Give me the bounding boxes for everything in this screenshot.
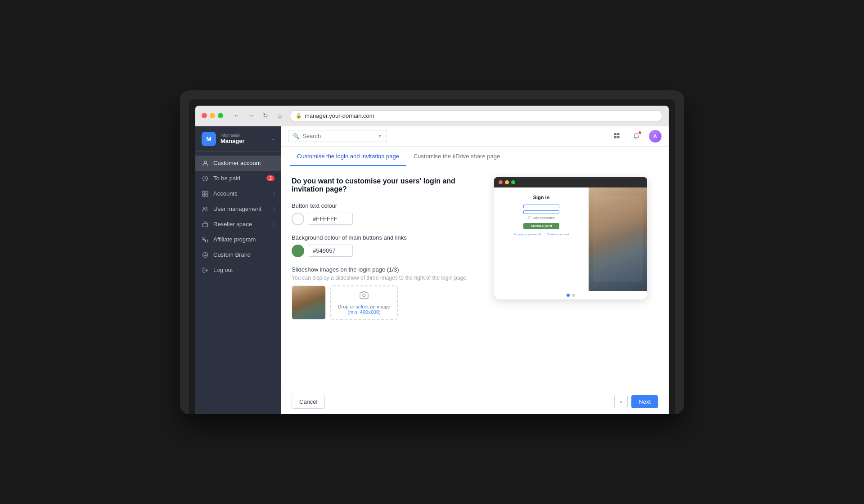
sidebar-item-customer-account[interactable]: Customer account — [195, 156, 281, 171]
tabs: Customise the login and invitation page … — [281, 147, 669, 166]
preview-content: Sign in Stay connected — [494, 187, 647, 291]
preview-forgot-link: Forgot your password? — [514, 233, 541, 236]
preview-browser: Sign in Stay connected — [494, 177, 647, 299]
preview-checkbox-row: Stay connected — [528, 216, 554, 219]
sidebar-item-label: Reseller space — [213, 221, 252, 227]
svg-point-16 — [363, 294, 365, 297]
next-button[interactable]: Next — [631, 395, 658, 408]
svg-rect-9 — [203, 237, 205, 239]
home-button[interactable]: ⌂ — [274, 110, 285, 121]
customise-form: Do you want to customise your users' log… — [292, 177, 481, 329]
url-text: manager.your-domain.com — [305, 112, 374, 119]
button-text-colour-group: Button text colour — [292, 202, 481, 225]
preview-links: Forgot your password? Create an account — [514, 233, 569, 236]
svg-rect-8 — [203, 223, 208, 227]
sidebar-nav: Customer account To be paid 2 — [195, 152, 281, 414]
app-content: M Infomaniak Manager ⌄ Customer accou — [195, 126, 669, 414]
preview-stay-connected: Stay connected — [533, 216, 554, 219]
chevron-right-icon: 〉 — [273, 222, 274, 227]
preview-connect-button: CONNECTION — [523, 223, 559, 229]
search-dropdown-icon[interactable]: ▼ — [378, 134, 382, 138]
button-text-colour-swatch[interactable] — [292, 213, 304, 225]
lock-icon: 🔒 — [296, 113, 302, 119]
preview-checkbox — [528, 216, 531, 219]
footer-right: ‹ Next — [614, 395, 658, 408]
bg-colour-swatch[interactable] — [292, 245, 304, 257]
svg-rect-2 — [202, 191, 205, 193]
search-box[interactable]: 🔍 ▼ — [288, 130, 387, 142]
svg-point-0 — [204, 161, 207, 163]
tab-kdrive-page[interactable]: Customise the kDrive share page — [406, 147, 507, 166]
bg-colour-label: Background colour of main buttons and li… — [292, 234, 481, 241]
preview-panel: Sign in Stay connected — [494, 177, 647, 299]
upload-select-link[interactable]: select — [356, 304, 369, 309]
preview-login-title: Sign in — [533, 195, 550, 200]
reload-button[interactable]: ↻ — [260, 110, 271, 121]
bg-colour-row — [292, 245, 481, 257]
sidebar-item-label: To be paid — [213, 175, 240, 182]
notifications-icon[interactable] — [630, 130, 643, 143]
sidebar: M Infomaniak Manager ⌄ Customer accou — [195, 126, 281, 414]
sidebar-item-accounts[interactable]: Accounts 〉 — [195, 186, 281, 201]
users-icon — [202, 205, 209, 213]
preview-dot-2[interactable] — [572, 294, 575, 297]
sidebar-item-custom-brand[interactable]: Custom Brand — [195, 247, 281, 263]
preview-close-dot — [499, 180, 503, 184]
notification-dot — [638, 131, 642, 134]
button-text-colour-input[interactable] — [308, 213, 353, 225]
preview-minimize-dot — [505, 180, 509, 184]
grid-icon — [202, 190, 209, 197]
preview-email-input — [523, 205, 559, 208]
svg-rect-12 — [614, 133, 616, 135]
brand-chevron-icon: ⌄ — [271, 136, 274, 141]
preview-image-side — [589, 187, 647, 291]
svg-rect-3 — [206, 191, 208, 193]
cancel-button[interactable]: Cancel — [292, 395, 325, 409]
maximize-button[interactable] — [218, 113, 223, 118]
sidebar-item-label: Custom Brand — [213, 251, 251, 258]
preview-login-side: Sign in Stay connected — [494, 187, 589, 291]
preview-image-fill — [589, 187, 647, 291]
bg-colour-group: Background colour of main buttons and li… — [292, 234, 481, 257]
footer-bar: Cancel ‹ Next — [281, 389, 669, 414]
tab-login-page[interactable]: Customise the login and invitation page — [290, 147, 406, 166]
address-bar[interactable]: 🔒 manager.your-domain.com — [290, 110, 662, 121]
reseller-icon — [202, 221, 209, 228]
preview-dot-1[interactable] — [567, 294, 570, 297]
traffic-lights — [202, 113, 223, 118]
sidebar-item-to-be-paid[interactable]: To be paid 2 — [195, 171, 281, 186]
bg-colour-input[interactable] — [308, 245, 353, 257]
svg-point-7 — [206, 207, 207, 209]
svg-rect-14 — [614, 136, 616, 138]
minimize-button[interactable] — [210, 113, 215, 118]
preview-maximize-dot — [511, 180, 515, 184]
avatar[interactable]: A — [649, 130, 662, 143]
forward-button[interactable]: → — [246, 110, 256, 121]
sidebar-item-affiliate-program[interactable]: Affiliate program — [195, 232, 281, 247]
top-bar: 🔍 ▼ — [281, 126, 669, 147]
preview-dots — [494, 291, 647, 299]
sidebar-item-label: Accounts — [213, 190, 237, 197]
sidebar-item-user-management[interactable]: User management 〉 — [195, 201, 281, 217]
brand-icon: M — [202, 132, 216, 146]
browser-titlebar: ← → ↻ ⌂ 🔒 manager.your-domain.com — [195, 106, 669, 126]
back-button[interactable]: ← — [231, 110, 242, 121]
slideshow-group: Slideshow images on the login page (1/3)… — [292, 266, 481, 320]
preview-create-link: Create an account — [547, 233, 569, 236]
customise-section: Do you want to customise your users' log… — [292, 177, 658, 329]
apps-icon[interactable] — [611, 130, 624, 143]
brand-logo-icon — [202, 251, 209, 259]
image-upload-box[interactable]: Drop or select an image (min. 400x600) — [330, 285, 398, 320]
sidebar-brand[interactable]: M Infomaniak Manager ⌄ — [195, 126, 281, 152]
person-icon — [202, 160, 209, 167]
tab-bar: Customise the login and invitation page … — [281, 147, 669, 166]
sidebar-item-reseller-space[interactable]: Reseller space 〉 — [195, 217, 281, 232]
sidebar-item-log-out[interactable]: Log out — [195, 263, 281, 278]
preview-password-input — [523, 210, 559, 214]
close-button[interactable] — [202, 113, 207, 118]
image-upload-row: Drop or select an image (min. 400x600) — [292, 285, 481, 320]
image-thumbnail — [292, 285, 326, 320]
search-input[interactable] — [302, 133, 375, 139]
back-nav-button[interactable]: ‹ — [614, 395, 628, 408]
svg-point-6 — [203, 207, 205, 209]
